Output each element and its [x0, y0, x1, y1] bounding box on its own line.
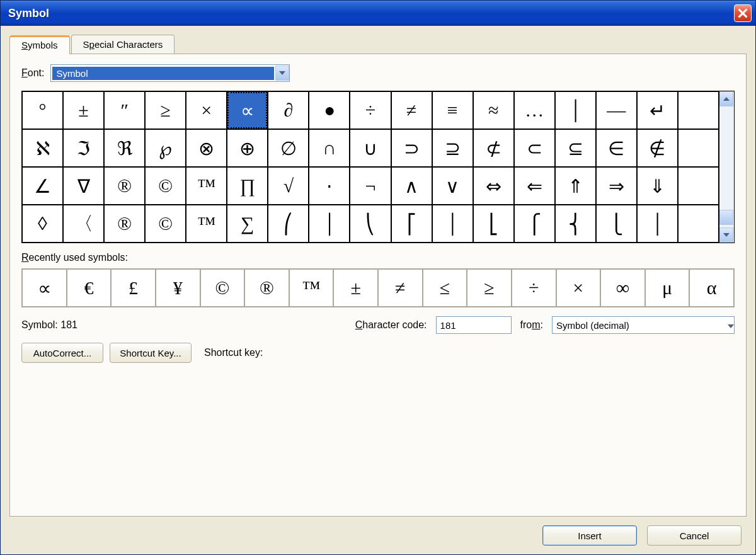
symbol-cell[interactable]: ∧ [391, 167, 432, 205]
symbol-cell[interactable]: ≡ [432, 91, 473, 129]
tab-special-characters[interactable]: Special Characters [71, 35, 175, 54]
close-button[interactable] [734, 4, 752, 22]
font-combo[interactable]: Symbol [50, 64, 290, 82]
symbol-cell[interactable]: ∅ [268, 129, 309, 167]
symbol-cell[interactable]: ∪ [350, 129, 391, 167]
symbol-cell[interactable]: ℜ [104, 129, 145, 167]
chevron-down-icon[interactable] [728, 320, 734, 330]
symbol-cell[interactable]: ¬ [350, 167, 391, 205]
symbol-cell[interactable]: ⎣ [473, 205, 514, 243]
symbol-cell[interactable]: ◊ [22, 205, 63, 243]
symbol-cell[interactable]: ⎩ [596, 205, 637, 243]
symbol-cell[interactable]: √ [268, 167, 309, 205]
symbol-cell[interactable]: ⊕ [227, 129, 268, 167]
symbol-cell[interactable]: ⇔ [473, 167, 514, 205]
recent-symbol-cell[interactable]: ∝ [22, 269, 67, 307]
recent-symbol-cell[interactable]: © [200, 269, 245, 307]
symbol-cell[interactable]: ⊆ [555, 129, 596, 167]
symbol-cell[interactable]: ≥ [145, 91, 186, 129]
symbol-cell[interactable]: ∈ [596, 129, 637, 167]
shortcut-key-button[interactable]: Shortcut Key... [110, 343, 192, 363]
cancel-button[interactable]: Cancel [647, 525, 742, 546]
scroll-up-button[interactable] [719, 91, 733, 106]
char-code-input[interactable] [436, 316, 512, 334]
symbol-cell[interactable] [678, 91, 719, 129]
symbol-cell[interactable]: ∏ [227, 167, 268, 205]
symbol-cell[interactable]: ± [63, 91, 104, 129]
symbol-cell[interactable]: │ [637, 205, 678, 243]
symbol-cell[interactable]: ℵ [22, 129, 63, 167]
symbol-cell[interactable]: ÷ [350, 91, 391, 129]
symbol-cell[interactable]: × [186, 91, 227, 129]
symbol-cell[interactable]: ≈ [473, 91, 514, 129]
recent-symbol-cell[interactable]: ≤ [423, 269, 467, 307]
symbol-cell[interactable]: ⇓ [637, 167, 678, 205]
symbol-cell[interactable]: ⎝ [350, 205, 391, 243]
symbol-cell[interactable]: ● [309, 91, 350, 129]
recent-symbol-cell[interactable]: ≥ [467, 269, 512, 307]
symbol-cell[interactable]: ⊂ [514, 129, 555, 167]
recent-symbol-cell[interactable]: ≠ [378, 269, 423, 307]
symbol-cell[interactable]: © [145, 205, 186, 243]
symbol-cell[interactable]: ® [104, 167, 145, 205]
symbol-cell[interactable]: ↵ [637, 91, 678, 129]
recent-symbol-cell[interactable]: ∞ [600, 269, 645, 307]
symbol-cell[interactable]: ⋅ [309, 167, 350, 205]
symbol-cell[interactable]: ⊃ [391, 129, 432, 167]
symbol-cell[interactable] [678, 205, 719, 243]
recent-grid[interactable]: ∝€£¥©®™±≠≤≥÷×∞μα [21, 268, 735, 307]
symbol-cell[interactable]: ⊇ [432, 129, 473, 167]
symbol-cell[interactable]: ∇ [63, 167, 104, 205]
symbol-cell[interactable]: ∠ [22, 167, 63, 205]
symbol-cell[interactable]: ⇒ [596, 167, 637, 205]
recent-symbol-cell[interactable]: € [67, 269, 112, 307]
symbol-cell[interactable]: ∩ [309, 129, 350, 167]
symbol-cell[interactable]: ⎛ [268, 205, 309, 243]
symbol-cell[interactable]: — [596, 91, 637, 129]
symbol-cell[interactable] [678, 167, 719, 205]
symbol-grid[interactable]: °±″≥×∝∂●÷≠≡≈…│—↵ℵℑℜ℘⊗⊕∅∩∪⊃⊇⊄⊂⊆∈∉∠∇®©™∏√⋅… [22, 91, 719, 243]
recent-symbol-cell[interactable]: £ [111, 269, 156, 307]
symbol-cell[interactable]: ™ [186, 205, 227, 243]
chevron-down-icon[interactable] [275, 66, 289, 81]
symbol-cell[interactable]: ⎧ [514, 205, 555, 243]
symbol-cell[interactable]: │ [555, 91, 596, 129]
symbol-cell[interactable]: © [145, 167, 186, 205]
recent-symbol-cell[interactable]: ™ [289, 269, 334, 307]
recent-symbol-cell[interactable]: ¥ [156, 269, 200, 307]
symbol-cell[interactable]: ⊗ [186, 129, 227, 167]
symbol-cell[interactable]: ∨ [432, 167, 473, 205]
symbol-cell[interactable]: ® [104, 205, 145, 243]
symbol-cell[interactable]: ″ [104, 91, 145, 129]
insert-button[interactable]: Insert [542, 525, 637, 546]
symbol-cell[interactable]: ⇐ [514, 167, 555, 205]
autocorrect-button[interactable]: AutoCorrect... [21, 343, 103, 363]
recent-symbol-cell[interactable]: α [689, 269, 734, 307]
symbol-cell[interactable] [678, 129, 719, 167]
recent-symbol-cell[interactable]: ® [244, 269, 289, 307]
symbol-cell[interactable]: 〈 [63, 205, 104, 243]
recent-symbol-cell[interactable]: ÷ [512, 269, 556, 307]
symbol-cell[interactable]: │ [432, 205, 473, 243]
symbol-cell[interactable]: ∂ [268, 91, 309, 129]
scroll-down-button[interactable] [719, 227, 733, 243]
symbol-cell[interactable]: ⎨ [555, 205, 596, 243]
symbol-cell[interactable]: ∝ [227, 91, 268, 129]
symbol-cell[interactable]: ≠ [391, 91, 432, 129]
symbol-cell[interactable]: │ [309, 205, 350, 243]
from-combo[interactable]: Symbol (decimal) [552, 316, 735, 334]
grid-scrollbar[interactable] [719, 91, 734, 243]
recent-symbol-cell[interactable]: ± [333, 269, 378, 307]
recent-symbol-cell[interactable]: × [556, 269, 601, 307]
symbol-cell[interactable]: ™ [186, 167, 227, 205]
scroll-thumb[interactable] [719, 210, 733, 225]
recent-symbol-cell[interactable]: μ [645, 269, 690, 307]
symbol-cell[interactable]: ℑ [63, 129, 104, 167]
symbol-cell[interactable]: ⊄ [473, 129, 514, 167]
tab-symbols[interactable]: Symbols [9, 35, 70, 54]
symbol-cell[interactable]: ° [22, 91, 63, 129]
symbol-cell[interactable]: ℘ [145, 129, 186, 167]
symbol-cell[interactable]: ∉ [637, 129, 678, 167]
symbol-cell[interactable]: ⎡ [391, 205, 432, 243]
symbol-cell[interactable]: ∑ [227, 205, 268, 243]
